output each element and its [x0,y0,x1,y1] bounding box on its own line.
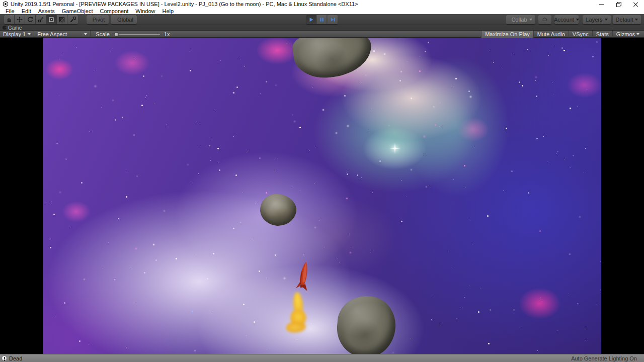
layout-dropdown[interactable]: Default [613,15,641,24]
collab-caret-icon [529,19,532,21]
bright-star [394,147,396,149]
rocket-flame [286,291,311,335]
custom-tool-button[interactable] [67,15,78,24]
scale-slider-track [114,34,160,35]
menu-help[interactable]: Help [158,8,177,14]
mute-audio-label: Mute Audio [537,31,565,37]
menu-component[interactable]: Component [96,8,132,14]
restore-icon [616,2,620,6]
minimize-icon [599,4,604,5]
move-tool-icon [17,17,23,23]
account-dropdown[interactable]: Account [554,15,579,24]
collab-label: Collab [511,17,527,23]
cloud-services-button[interactable] [538,15,551,24]
tab-strip: Game [0,25,644,31]
maximize-on-play-button[interactable]: Maximize On Play [481,31,533,38]
title-bar: Unity 2019.1.5f1 Personal - [PREVIEW PAC… [0,0,644,8]
gizmos-label: Gizmos [616,31,635,37]
rotate-tool-icon [27,17,33,23]
global-toggle-button[interactable]: Global [111,15,137,24]
global-label: Global [117,17,133,23]
layers-label: Layers [586,17,602,23]
auto-generate-lighting-label: Auto Generate Lighting On [571,355,637,361]
hand-tool-icon [6,17,12,23]
game-render-area[interactable] [43,38,601,354]
game-viewport [0,38,644,354]
rect-tool-button[interactable] [46,15,57,24]
pivot-label: Pivot [93,17,105,23]
move-tool-button[interactable] [15,15,25,24]
close-icon [633,2,638,7]
restore-button[interactable] [610,0,627,8]
transform-tool-button[interactable] [57,15,67,24]
pause-button[interactable] [317,15,328,24]
vsync-button[interactable]: VSync [569,31,592,38]
window-title: Unity 2019.1.5f1 Personal - [PREVIEW PAC… [11,0,358,8]
layers-caret-icon [605,19,608,21]
menu-file[interactable]: File [2,8,18,14]
custom-tool-icon [70,17,76,23]
play-icon [308,17,314,23]
menu-edit[interactable]: Edit [18,8,35,14]
flame-tail [286,321,307,333]
step-button[interactable] [328,15,338,24]
play-button[interactable] [306,15,317,24]
menu-assets[interactable]: Assets [35,8,58,14]
transform-tool-icon [59,17,65,23]
aspect-ratio-dropdown[interactable]: Free Aspect [34,31,91,37]
game-tab-label: Game [8,25,22,31]
aspect-caret-icon [84,33,87,35]
unity-logo-icon [3,1,9,7]
game-view-toolbar: Display 1 Free Aspect Scale 1x Maximize … [0,31,644,38]
scale-tool-icon [38,17,44,23]
global-icon [114,18,115,22]
minimize-button[interactable] [593,0,610,8]
collab-button[interactable]: Collab [506,15,535,24]
scale-value: 1x [164,31,170,37]
menu-window[interactable]: Window [132,8,158,14]
game-view-icon [3,26,7,30]
account-label: Account [554,17,574,23]
console-message[interactable]: Dead [9,355,22,361]
aspect-dropdown-label: Free Aspect [37,31,67,37]
account-caret-icon [576,19,579,21]
nebula-background [43,38,601,354]
step-icon [330,17,336,23]
menu-bar: File Edit Assets GameObject Component Wi… [0,8,644,14]
scale-slider-handle[interactable] [114,32,119,37]
stats-label: Stats [596,31,609,37]
tab-game[interactable]: Game [0,25,27,31]
starfield-bright [43,38,43,38]
scale-slider[interactable] [114,31,160,38]
playback-controls [306,15,338,24]
hand-tool-button[interactable] [4,15,15,24]
display-dropdown[interactable]: Display 1 [0,31,34,37]
pivot-toggle-button[interactable]: Pivot [87,15,109,24]
window-controls [593,0,644,8]
maximize-on-play-label: Maximize On Play [485,31,530,37]
mute-audio-button[interactable]: Mute Audio [533,31,569,38]
game-toolbar-left: Display 1 Free Aspect Scale 1x [0,31,170,37]
cloud-icon [542,17,547,22]
close-button[interactable] [627,0,644,8]
scale-label: Scale [91,31,112,37]
layout-caret-icon [635,19,638,21]
game-toolbar-right: Maximize On Play Mute Audio VSync Stats … [481,31,643,38]
console-info-icon [2,355,7,361]
display-caret-icon [28,33,31,35]
main-toolbar: Pivot Global Collab [0,14,644,25]
transform-tool-group [4,15,78,24]
vsync-label: VSync [573,31,589,37]
scale-tool-button[interactable] [36,15,46,24]
menu-gameobject[interactable]: GameObject [58,8,97,14]
pause-icon [319,17,325,23]
layers-dropdown[interactable]: Layers [583,15,611,24]
display-dropdown-label: Display 1 [3,31,26,37]
rect-tool-icon [48,17,54,23]
rotate-tool-button[interactable] [25,15,36,24]
gizmos-dropdown[interactable]: Gizmos [612,31,643,38]
stats-button[interactable]: Stats [592,31,612,38]
gizmos-caret-icon [636,33,639,35]
layout-label: Default [616,17,633,23]
status-bar[interactable]: Dead Auto Generate Lighting On [0,354,644,362]
